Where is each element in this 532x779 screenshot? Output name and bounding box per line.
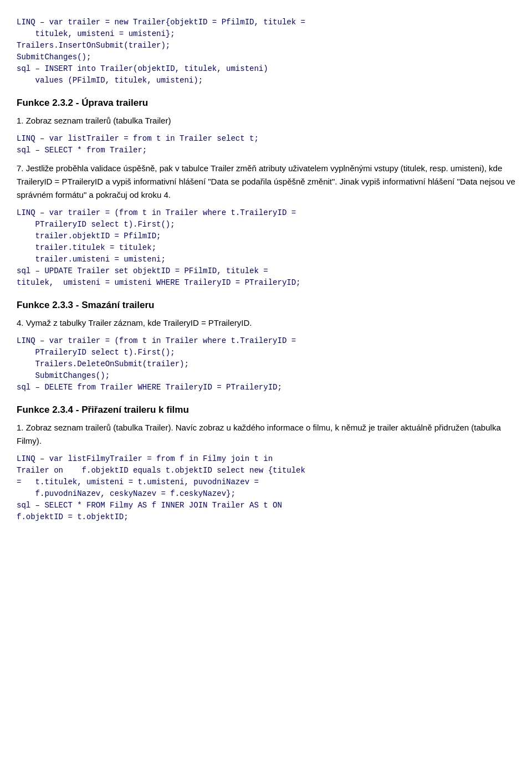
page-content: LINQ – var trailer = new Trailer{objektI…: [17, 17, 515, 523]
section-232-heading: Funkce 2.3.2 - Úprava traileru: [17, 98, 515, 109]
code-2-text: LINQ – var listTrailer = from t in Trail…: [17, 133, 515, 156]
section-232-step1: 1. Zobraz seznam trailerů (tabulka Trail…: [17, 114, 515, 127]
section-233-heading: Funkce 2.3.3 - Smazání traileru: [17, 300, 515, 311]
section-233-step4: 4. Vymaž z tabulky Trailer záznam, kde T…: [17, 316, 515, 330]
section-234-step1: 1. Zobraz seznam trailerů (tabulka Trail…: [17, 421, 515, 448]
code-1-text: LINQ – var trailer = new Trailer{objektI…: [17, 17, 515, 86]
section-232-step7: 7. Jestliže proběhla validace úspěšně, p…: [17, 162, 515, 202]
code-3-text: LINQ – var trailer = (from t in Trailer …: [17, 207, 515, 289]
code-4-text: LINQ – var trailer = (from t in Trailer …: [17, 335, 515, 393]
code-block-1: LINQ – var trailer = new Trailer{objektI…: [17, 17, 515, 86]
section-234-heading: Funkce 2.3.4 - Přiřazení traileru k film…: [17, 404, 515, 416]
section-234: Funkce 2.3.4 - Přiřazení traileru k film…: [17, 404, 515, 523]
code-5-text: LINQ – var listFilmyTrailer = from f in …: [17, 453, 515, 523]
section-233: Funkce 2.3.3 - Smazání traileru 4. Vymaž…: [17, 300, 515, 393]
section-232: Funkce 2.3.2 - Úprava traileru 1. Zobraz…: [17, 98, 515, 289]
